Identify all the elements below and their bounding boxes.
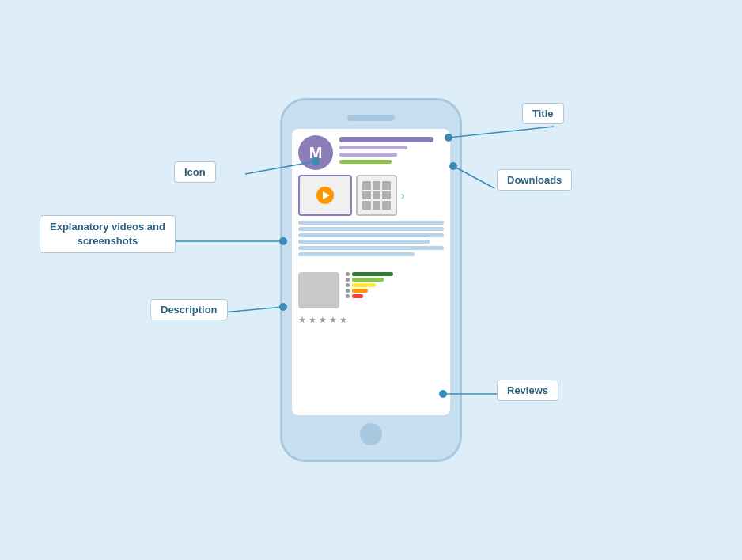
play-button[interactable] xyxy=(316,187,334,204)
svg-line-4 xyxy=(223,307,283,312)
desc-line xyxy=(298,246,444,250)
app-title-area xyxy=(339,135,444,164)
grid-cell xyxy=(362,181,371,190)
icon-connector-dot xyxy=(312,157,320,165)
reviews-label: Reviews xyxy=(497,380,558,401)
description-label: Description xyxy=(150,299,228,320)
description-section xyxy=(298,221,444,256)
reviews-label-text: Reviews xyxy=(507,384,548,396)
title-label-text: Title xyxy=(532,108,554,119)
review-image xyxy=(298,272,339,308)
desc-line xyxy=(298,233,444,237)
rating-dot xyxy=(346,278,350,282)
icon-label-text: Icon xyxy=(184,166,206,178)
rating-dot xyxy=(346,272,350,276)
downloads-label-text: Downloads xyxy=(507,174,562,186)
rating-row-4 xyxy=(346,278,444,282)
rating-bars xyxy=(346,272,444,308)
rating-row-5 xyxy=(346,272,444,276)
grid-cell xyxy=(373,181,381,190)
rating-bar-4 xyxy=(352,278,384,282)
grid-cell xyxy=(362,191,371,200)
media-row: › xyxy=(298,175,444,216)
title-connector-dot xyxy=(445,134,452,142)
video-thumbnail xyxy=(298,175,352,216)
screenshot-thumbnail xyxy=(356,175,397,216)
chevron-right-icon: › xyxy=(401,189,405,202)
desc-line xyxy=(298,240,430,244)
description-connector-dot xyxy=(279,303,287,311)
grid-cell xyxy=(382,201,391,210)
rating-bar-1 xyxy=(352,294,363,298)
spacer xyxy=(298,261,444,266)
screenshot-grid xyxy=(362,181,391,210)
downloads-label: Downloads xyxy=(497,169,572,191)
rating-row-1 xyxy=(346,294,444,298)
play-triangle-icon xyxy=(323,191,330,199)
reviews-connector-dot xyxy=(439,390,447,398)
title-bar-1 xyxy=(339,137,433,142)
downloads-connector-dot xyxy=(449,162,457,170)
phone-screen: M xyxy=(292,129,450,415)
star-4: ★ xyxy=(329,315,337,325)
grid-cell xyxy=(382,181,391,190)
title-bar-2 xyxy=(339,146,407,149)
desc-line xyxy=(298,252,415,256)
star-1: ★ xyxy=(298,315,306,325)
phone-home-button xyxy=(360,423,382,445)
title-bar-3 xyxy=(339,153,397,157)
rating-bar-5 xyxy=(352,272,393,276)
icon-label: Icon xyxy=(174,161,216,183)
rating-row-3 xyxy=(346,283,444,287)
rating-bar-2 xyxy=(352,289,368,293)
rating-dot xyxy=(346,289,350,293)
star-5: ★ xyxy=(339,315,347,325)
title-label: Title xyxy=(522,103,564,124)
app-header: M xyxy=(298,135,444,170)
grid-cell xyxy=(373,191,381,200)
grid-cell xyxy=(373,201,381,210)
star-2: ★ xyxy=(309,315,316,325)
grid-cell xyxy=(382,191,391,200)
reviews-section xyxy=(298,272,444,308)
phone-mockup: M xyxy=(280,98,462,462)
desc-line xyxy=(298,221,444,225)
star-3: ★ xyxy=(319,315,327,325)
explanatory-label-text: Explanatory videos andscreenshots xyxy=(50,221,165,247)
phone-speaker xyxy=(347,115,395,121)
rating-dot xyxy=(346,294,350,298)
explanatory-connector-dot xyxy=(279,237,287,245)
svg-line-0 xyxy=(449,127,554,138)
desc-line xyxy=(298,227,444,231)
rating-bar-3 xyxy=(352,283,376,287)
stars-row: ★ ★ ★ ★ ★ xyxy=(298,315,444,325)
rating-dot xyxy=(346,283,350,287)
explanatory-label: Explanatory videos andscreenshots xyxy=(40,215,176,253)
download-bar xyxy=(339,160,392,164)
grid-cell xyxy=(362,201,371,210)
rating-row-2 xyxy=(346,289,444,293)
description-label-text: Description xyxy=(161,304,218,316)
